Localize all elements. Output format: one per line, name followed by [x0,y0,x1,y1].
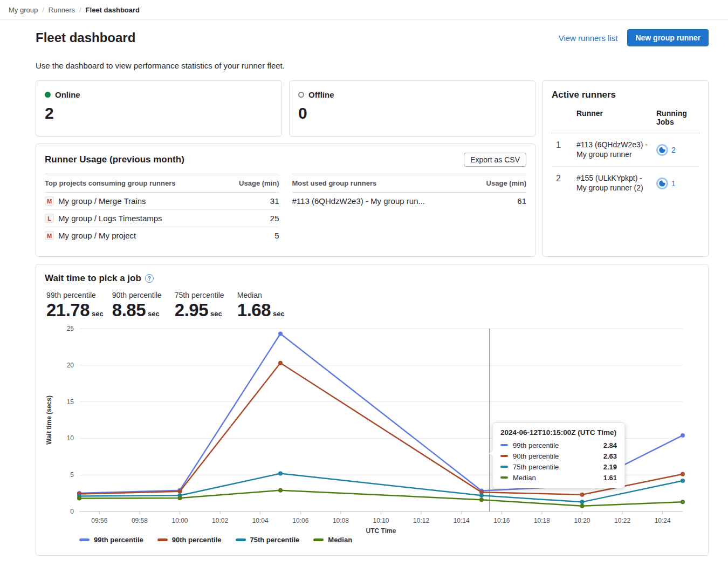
offline-count: 0 [298,104,526,122]
tooltip-row: 99th percentile 2.84 [493,440,624,451]
series-swatch-icon [500,444,508,446]
view-runners-list-link[interactable]: View runners list [559,33,618,43]
stat-unit: sec [273,310,285,318]
table-row: L My group / Logs Timestamps 25 [45,210,279,227]
active-runners-title: Active runners [552,90,699,100]
breadcrumb-my-group[interactable]: My group [9,6,38,14]
legend-item-99th-percentile[interactable]: 99th percentile [79,536,143,544]
stat-median: Median 1.68 sec [237,291,291,320]
offline-label: Offline [308,90,334,99]
usage-minutes: 5 [274,231,279,240]
tooltip-row: 90th percentile 2.63 [493,451,624,461]
runner-usage-card: Runner Usage (previous month) Export as … [36,144,535,257]
svg-text:10:16: 10:16 [493,517,510,524]
online-runners-card: Online 2 [36,80,282,137]
active-runners-table: Runner Running Jobs 1 #113 (6QHdzW2e3) -… [552,109,699,200]
stat-99th-percentile: 99th percentile 21.78 sec [46,291,104,320]
breadcrumb-separator: / [42,6,44,14]
legend-swatch-icon [79,538,90,541]
legend-item-90th-percentile[interactable]: 90th percentile [157,536,222,544]
stat-value: 1.68 [237,300,271,320]
runner-name: #113 (6QHdzW2e3) - My group run... [292,196,425,206]
project-avatar: L [45,214,54,223]
project-name: My group / Logs Timestamps [58,214,162,223]
column-header-most-used-runners: Most used group runners [292,179,377,187]
svg-text:10:18: 10:18 [534,517,550,524]
legend-swatch-icon [236,538,246,541]
tooltip-row: Median 1.61 [493,472,624,483]
running-jobs-count[interactable]: 2 [671,146,676,154]
wait-time-card: Wait time to pick a job ? 99th percentil… [36,264,709,556]
runner-name-link[interactable]: #155 (ULkKYpkpt) - My group runner (2) [576,174,656,193]
stat-value: 2.95 [175,300,208,320]
running-status-icon [656,178,668,189]
svg-text:25: 25 [67,325,74,332]
project-name: My group / My project [58,231,136,240]
svg-text:10:22: 10:22 [614,517,630,524]
svg-text:15: 15 [67,398,74,406]
usage-minutes: 31 [270,196,279,206]
page-title: Fleet dashboard [36,30,135,45]
series-swatch-icon [500,466,508,468]
svg-text:10: 10 [67,434,74,442]
export-csv-button[interactable]: Export as CSV [464,153,526,167]
table-row: #113 (6QHdzW2e3) - My group run... 61 [292,193,527,209]
column-header-running-jobs: Running Jobs [656,109,699,126]
legend-swatch-icon [157,538,168,541]
svg-text:10:06: 10:06 [292,517,308,524]
svg-text:Wait time (secs): Wait time (secs) [45,395,53,445]
svg-text:5: 5 [70,471,74,479]
project-avatar: M [45,196,54,206]
chart-tooltip: 2024-06-12T10:15:00Z (UTC Time) 99th per… [492,422,625,488]
tooltip-row: 75th percentile 2.19 [493,461,624,472]
online-status-icon [45,92,51,98]
svg-text:10:00: 10:00 [171,517,188,524]
table-row: M My group / My project 5 [45,227,279,244]
stat-value: 21.78 [46,300,90,320]
svg-text:20: 20 [67,362,74,369]
usage-minutes: 61 [517,196,526,206]
project-avatar: M [45,231,54,240]
top-projects-table: Top projects consuming group runners Usa… [45,174,279,244]
runner-name-link[interactable]: #113 (6QHdzW2e3) - My group runner [576,140,656,159]
stat-75th-percentile: 75th percentile 2.95 sec [175,291,229,320]
most-used-runners-table: Most used group runners Usage (min) #113… [292,174,527,244]
breadcrumb: My group / Runners / Fleet dashboard [0,0,728,20]
page-description: Use the dashboard to view performance st… [36,61,285,70]
help-icon[interactable]: ? [145,274,154,283]
stat-value: 8.85 [112,300,146,320]
online-label: Online [55,90,80,99]
offline-status-icon [298,92,304,98]
series-swatch-icon [500,455,508,457]
column-header-usage-min: Usage (min) [486,179,526,187]
stat-unit: sec [92,310,104,318]
svg-text:09:58: 09:58 [132,517,148,524]
column-header-top-projects: Top projects consuming group runners [45,179,175,187]
svg-text:09:56: 09:56 [91,517,107,524]
legend-item-median[interactable]: Median [313,536,352,544]
svg-text:10:04: 10:04 [252,517,269,524]
stat-unit: sec [210,310,222,318]
online-count: 2 [45,104,273,122]
svg-text:10:14: 10:14 [454,517,470,524]
running-jobs-count[interactable]: 1 [671,179,676,188]
svg-text:10:12: 10:12 [413,517,429,524]
project-name: My group / Merge Trains [58,196,146,206]
active-runners-card: Active runners Runner Running Jobs 1 #11… [542,80,709,257]
stat-unit: sec [148,310,160,318]
running-status-icon [656,144,668,156]
legend-item-75th-percentile[interactable]: 75th percentile [236,536,300,544]
offline-runners-card: Offline 0 [289,80,535,137]
breadcrumb-separator: / [79,6,81,14]
svg-text:10:24: 10:24 [655,517,671,524]
svg-text:10:02: 10:02 [212,517,228,524]
runner-rank: 2 [552,174,576,183]
tooltip-title: 2024-06-12T10:15:00Z (UTC Time) [493,428,624,440]
runner-rank: 1 [552,140,576,150]
column-header-runner: Runner [576,109,656,126]
table-row: M My group / Merge Trains 31 [45,193,279,210]
breadcrumb-runners[interactable]: Runners [49,6,75,14]
chart-legend: 99th percentile 90th percentile 75th per… [79,536,352,544]
runner-usage-title: Runner Usage (previous month) [45,154,184,165]
new-group-runner-button[interactable]: New group runner [627,29,709,46]
